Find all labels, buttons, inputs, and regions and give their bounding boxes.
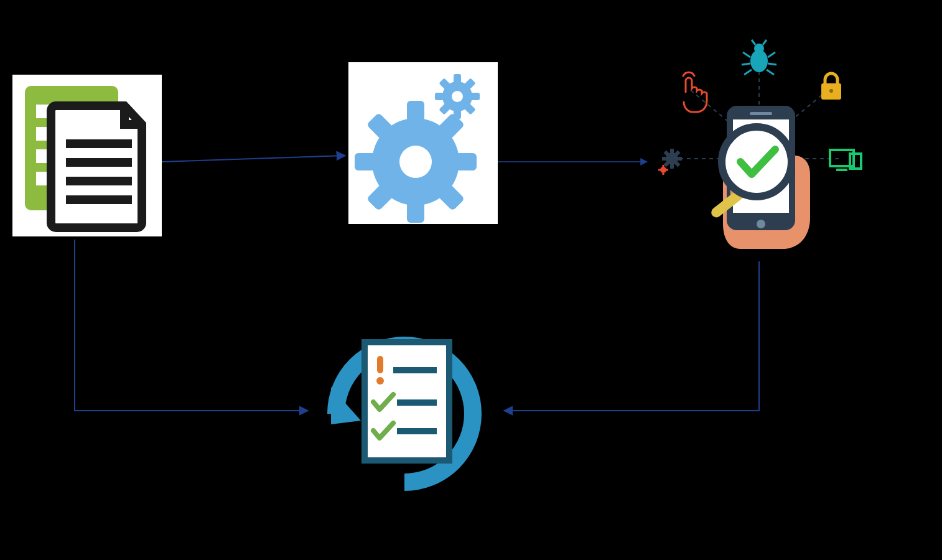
- svg-rect-10: [454, 74, 461, 84]
- exclamation-icon: [376, 356, 384, 385]
- svg-rect-74: [397, 399, 437, 406]
- report-cycle-icon: [324, 324, 485, 498]
- svg-point-35: [754, 44, 764, 54]
- document-front-icon: [51, 106, 142, 228]
- svg-rect-58: [663, 172, 665, 175]
- svg-point-18: [452, 91, 463, 102]
- gears-icon: [348, 62, 498, 224]
- svg-line-42: [752, 40, 755, 45]
- svg-rect-5: [66, 139, 132, 148]
- svg-rect-49: [662, 157, 667, 161]
- svg-line-43: [763, 40, 767, 45]
- svg-line-37: [768, 52, 775, 57]
- svg-rect-22: [355, 153, 376, 170]
- svg-rect-13: [470, 93, 480, 100]
- arrow-testing-to-report: [504, 261, 759, 411]
- svg-line-36: [743, 52, 750, 57]
- svg-rect-50: [677, 157, 682, 161]
- svg-point-45: [829, 89, 833, 93]
- svg-rect-73: [393, 367, 437, 373]
- svg-line-38: [742, 63, 750, 65]
- arrow-documents-to-gears: [162, 156, 345, 162]
- svg-rect-71: [377, 356, 383, 373]
- bug-icon: [742, 40, 776, 75]
- tap-icon: [683, 72, 707, 112]
- svg-rect-7: [66, 177, 132, 185]
- svg-rect-21: [407, 202, 424, 223]
- svg-line-30: [691, 90, 728, 121]
- documents-icon: [12, 75, 162, 236]
- arrow-documents-to-report: [75, 240, 308, 411]
- svg-rect-59: [658, 169, 661, 171]
- svg-point-72: [376, 377, 384, 385]
- gear-small-left-icon: [658, 144, 686, 175]
- svg-line-40: [744, 70, 752, 75]
- svg-point-28: [399, 146, 432, 178]
- svg-rect-6: [66, 158, 132, 167]
- lock-icon: [821, 73, 841, 100]
- svg-line-41: [767, 70, 774, 75]
- node-testing: [647, 37, 871, 261]
- svg-point-69: [722, 127, 791, 197]
- node-report: [324, 324, 485, 498]
- svg-point-56: [660, 167, 666, 173]
- node-documents: [12, 75, 162, 236]
- svg-rect-67: [750, 112, 772, 115]
- mobile-testing-icon: [647, 37, 871, 261]
- diagram-canvas: [0, 0, 942, 560]
- node-gears: [348, 62, 498, 224]
- svg-rect-12: [435, 93, 445, 100]
- svg-rect-60: [666, 169, 668, 171]
- report-document-icon: [365, 342, 449, 460]
- svg-rect-57: [663, 165, 665, 167]
- svg-rect-20: [407, 101, 424, 122]
- svg-point-66: [757, 220, 765, 228]
- svg-rect-8: [66, 195, 132, 204]
- svg-rect-47: [670, 149, 674, 154]
- svg-line-39: [768, 63, 776, 65]
- devices-icon: [830, 150, 861, 170]
- svg-rect-75: [397, 428, 437, 434]
- svg-rect-48: [670, 164, 674, 169]
- svg-rect-23: [455, 153, 477, 170]
